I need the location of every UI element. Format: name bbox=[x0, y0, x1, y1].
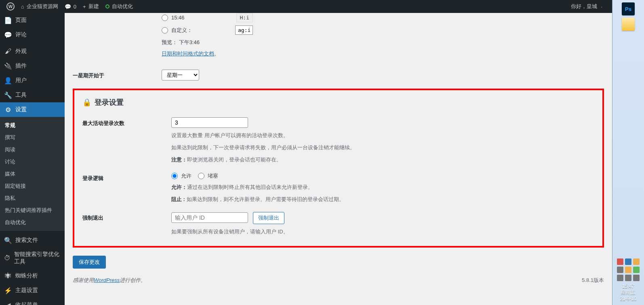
new-link[interactable]: + 新建 bbox=[80, 0, 102, 13]
sidebar-item-appearance[interactable]: 🖌外观 bbox=[0, 44, 65, 59]
sidebar-item-tools[interactable]: 🔧工具 bbox=[0, 88, 65, 102]
tray-qq-icon[interactable] bbox=[633, 258, 640, 265]
tray-sogou-icon[interactable] bbox=[617, 258, 623, 265]
submenu-permalinks[interactable]: 固定链接 bbox=[0, 180, 65, 192]
sidebar-item-seo[interactable]: ⏱智能搜索引擎优化工具 bbox=[0, 248, 65, 269]
sidebar-item-theme-settings[interactable]: ⚡主题设置 bbox=[0, 283, 65, 298]
footer-wordpress-link[interactable]: WordPress bbox=[94, 277, 120, 283]
windows-taskbar: Ps 15:47 星期五 21-9-10 bbox=[612, 0, 644, 305]
preview-value: 下午3:46 bbox=[179, 39, 200, 45]
max-logins-label: 最大活动登录次数 bbox=[82, 117, 171, 127]
save-changes-button[interactable]: 保存更改 bbox=[73, 256, 106, 269]
user-greeting[interactable]: 你好，皇城 · bbox=[568, 0, 606, 13]
wordpress-icon: W bbox=[6, 2, 15, 11]
plus-icon: + bbox=[83, 4, 86, 10]
time-format-custom-label: 自定义： bbox=[171, 27, 192, 34]
max-logins-note-label: 注意： bbox=[171, 157, 187, 163]
circle-icon bbox=[105, 4, 109, 8]
time-format-1546-radio[interactable] bbox=[162, 15, 168, 21]
sidebar-item-spider[interactable]: 🕷蜘蛛分析 bbox=[0, 269, 65, 283]
taskbar-time: 15:47 bbox=[612, 284, 644, 289]
submenu-writing[interactable]: 撰写 bbox=[0, 131, 65, 144]
week-start-label: 一星期开始于 bbox=[73, 70, 162, 79]
plugin-icon: 🔌 bbox=[4, 62, 12, 70]
tray-network-icon[interactable] bbox=[625, 275, 631, 281]
time-format-1546-code: H:i bbox=[236, 13, 253, 22]
sidebar-item-plugins[interactable]: 🔌插件 bbox=[0, 59, 65, 73]
datetime-doc-link[interactable]: 日期和时间格式的文档 bbox=[162, 51, 214, 57]
tray-shield-icon[interactable] bbox=[625, 267, 631, 273]
gauge-icon: ⏱ bbox=[4, 254, 11, 262]
sidebar-item-users[interactable]: 👤用户 bbox=[0, 73, 65, 88]
sidebar-item-search-files[interactable]: 🔍搜索文件 bbox=[0, 233, 65, 248]
settings-submenu: 常规 撰写 阅读 讨论 媒体 固定链接 隐私 热门关键词推荐插件 自动优化 bbox=[0, 117, 65, 231]
spider-icon: 🕷 bbox=[4, 272, 12, 280]
submenu-privacy[interactable]: 隐私 bbox=[0, 192, 65, 204]
login-logic-label: 登录逻辑 bbox=[82, 172, 171, 182]
main-content: 15:46 H:i 自定义： 预览： 下午3:46 日期和时间格式的文档。 一星… bbox=[65, 13, 612, 305]
wrench-icon: 🔧 bbox=[4, 91, 12, 99]
tray-nvidia-icon[interactable] bbox=[633, 267, 640, 273]
taskbar-date: 21-9-10 bbox=[612, 296, 644, 302]
time-format-custom-radio[interactable] bbox=[162, 27, 168, 34]
folder-icon[interactable] bbox=[622, 18, 635, 31]
wp-logo[interactable]: W bbox=[3, 0, 18, 13]
sidebar-item-collapse[interactable]: ◀收起菜单 bbox=[0, 298, 65, 305]
comment-icon: 💬 bbox=[65, 4, 71, 10]
max-logins-desc1: 设置最大数量 用户帐户可以拥有的活动登录次数。 bbox=[171, 131, 594, 140]
submenu-media[interactable]: 媒体 bbox=[0, 168, 65, 180]
force-logout-desc: 如果要强制从所有设备注销用户，请输入用户 ID。 bbox=[171, 227, 594, 236]
week-start-select[interactable]: 星期一 bbox=[162, 70, 199, 80]
force-logout-button[interactable]: 强制退出 bbox=[253, 212, 284, 224]
page-icon: 📄 bbox=[4, 16, 12, 24]
submenu-discussion[interactable]: 讨论 bbox=[0, 156, 65, 168]
max-logins-note-text: 即使浏览器关闭，登录会话也可能存在。 bbox=[187, 157, 282, 163]
login-settings-section: 🔒 登录设置 最大活动登录次数 设置最大数量 用户帐户可以拥有的活动登录次数。 … bbox=[73, 89, 604, 248]
max-logins-desc2: 如果达到此限制，下一次登录请求将失败，用户必须从一台设备注销才能继续。 bbox=[171, 143, 594, 152]
auto-optimize-label: 自动优化 bbox=[112, 3, 133, 10]
new-label: 新建 bbox=[88, 3, 99, 10]
submenu-keywords[interactable]: 热门关键词推荐插件 bbox=[0, 204, 65, 216]
comments-link[interactable]: 💬 0 bbox=[61, 0, 80, 13]
tray-desktop-icon[interactable] bbox=[617, 275, 623, 281]
footer-thanks-suffix: 进行创作。 bbox=[120, 277, 146, 283]
preview-label: 预览： bbox=[162, 39, 177, 45]
footer-thanks-prefix: 感谢使用 bbox=[73, 277, 94, 283]
admin-sidebar: 📄页面 💬评论 🖌外观 🔌插件 👤用户 🔧工具 ⚙设置 常规 撰写 阅读 讨论 … bbox=[0, 13, 65, 305]
login-logic-block-radio[interactable] bbox=[198, 173, 204, 179]
home-icon: ⌂ bbox=[21, 4, 24, 10]
search-icon: 🔍 bbox=[4, 236, 12, 244]
auto-optimize-link[interactable]: 自动优化 bbox=[102, 0, 136, 13]
login-logic-allow-radio[interactable] bbox=[171, 173, 178, 179]
login-logic-allow-label: 允许 bbox=[181, 172, 192, 180]
admin-bar: W ⌂ 企业猫资源网 💬 0 + 新建 自动优化 你好，皇城 · bbox=[0, 0, 612, 13]
force-logout-input[interactable] bbox=[171, 212, 248, 223]
slider-icon: ⚙ bbox=[4, 106, 12, 114]
sidebar-item-comments[interactable]: 💬评论 bbox=[0, 28, 65, 42]
theme-icon: ⚡ bbox=[4, 286, 12, 294]
login-settings-title: 登录设置 bbox=[95, 97, 124, 107]
login-logic-block-label: 堵塞 bbox=[208, 172, 218, 180]
tray-penguin-icon[interactable] bbox=[617, 267, 623, 273]
comment-icon: 💬 bbox=[4, 31, 12, 39]
tray-sync-icon[interactable] bbox=[625, 258, 631, 265]
sidebar-item-pages[interactable]: 📄页面 bbox=[0, 13, 65, 28]
footer-version: 5.8.1版本 bbox=[582, 277, 604, 284]
brush-icon: 🖌 bbox=[4, 47, 12, 55]
collapse-icon: ◀ bbox=[4, 301, 12, 305]
submenu-reading[interactable]: 阅读 bbox=[0, 144, 65, 156]
sidebar-item-settings[interactable]: ⚙设置 bbox=[0, 102, 65, 117]
tray-volume-icon[interactable] bbox=[633, 275, 640, 281]
user-icon: 👤 bbox=[4, 76, 12, 85]
submenu-general[interactable]: 常规 bbox=[0, 119, 65, 131]
force-logout-label: 强制退出 bbox=[82, 212, 171, 222]
photoshop-icon[interactable]: Ps bbox=[622, 2, 635, 15]
max-logins-input[interactable] bbox=[171, 117, 248, 128]
site-name-link[interactable]: ⌂ 企业猫资源网 bbox=[18, 0, 61, 13]
taskbar-day: 星期五 bbox=[612, 289, 644, 296]
time-format-custom-input[interactable] bbox=[235, 25, 253, 35]
lock-icon: 🔒 bbox=[82, 98, 91, 107]
site-name: 企业猫资源网 bbox=[27, 3, 58, 10]
time-format-1546-label: 15:46 bbox=[171, 15, 185, 21]
submenu-autoptimize[interactable]: 自动优化 bbox=[0, 216, 65, 229]
